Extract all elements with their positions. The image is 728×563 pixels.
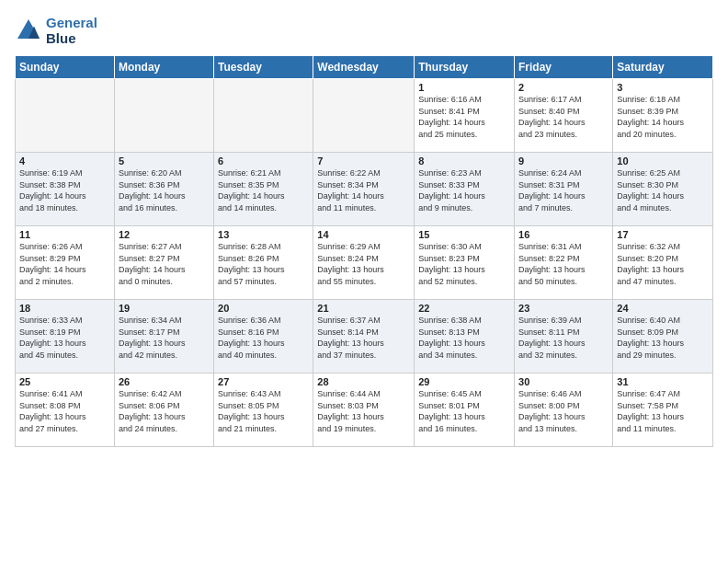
calendar-week-row: 18Sunrise: 6:33 AM Sunset: 8:19 PM Dayli… [16,300,713,373]
day-info: Sunrise: 6:46 AM Sunset: 8:00 PM Dayligh… [518,388,609,434]
weekday-header-friday: Friday [515,56,613,79]
day-number: 12 [119,229,210,240]
calendar-day-cell: 1Sunrise: 6:16 AM Sunset: 8:41 PM Daylig… [415,79,515,153]
day-number: 9 [518,155,609,167]
day-info: Sunrise: 6:37 AM Sunset: 8:14 PM Dayligh… [317,315,410,361]
calendar-day-cell: 15Sunrise: 6:30 AM Sunset: 8:23 PM Dayli… [415,226,515,300]
day-number: 30 [518,376,609,387]
day-number: 3 [617,82,709,93]
calendar-day-cell: 18Sunrise: 6:33 AM Sunset: 8:19 PM Dayli… [16,300,115,373]
weekday-header-saturday: Saturday [613,56,713,79]
calendar-day-cell: 21Sunrise: 6:37 AM Sunset: 8:14 PM Dayli… [313,300,415,373]
day-info: Sunrise: 6:19 AM Sunset: 8:38 PM Dayligh… [19,167,110,213]
calendar-day-cell: 13Sunrise: 6:28 AM Sunset: 8:26 PM Dayli… [214,226,313,300]
calendar-day-cell: 30Sunrise: 6:46 AM Sunset: 8:00 PM Dayli… [515,373,613,447]
calendar-day-cell: 6Sunrise: 6:21 AM Sunset: 8:35 PM Daylig… [214,153,313,226]
weekday-header-tuesday: Tuesday [214,56,313,79]
calendar-day-cell: 3Sunrise: 6:18 AM Sunset: 8:39 PM Daylig… [613,79,713,153]
day-number: 8 [418,155,510,167]
day-number: 21 [317,303,410,314]
calendar-day-cell: 22Sunrise: 6:38 AM Sunset: 8:13 PM Dayli… [415,300,515,373]
calendar-day-cell: 25Sunrise: 6:41 AM Sunset: 8:08 PM Dayli… [16,373,115,447]
day-info: Sunrise: 6:39 AM Sunset: 8:11 PM Dayligh… [518,315,609,361]
calendar-day-cell [16,79,115,153]
day-info: Sunrise: 6:24 AM Sunset: 8:31 PM Dayligh… [518,167,609,213]
day-info: Sunrise: 6:20 AM Sunset: 8:36 PM Dayligh… [119,167,210,213]
calendar-week-row: 11Sunrise: 6:26 AM Sunset: 8:29 PM Dayli… [16,226,713,300]
day-info: Sunrise: 6:34 AM Sunset: 8:17 PM Dayligh… [119,315,210,361]
day-info: Sunrise: 6:23 AM Sunset: 8:33 PM Dayligh… [418,167,510,213]
day-number: 15 [418,229,510,240]
weekday-header-wednesday: Wednesday [313,56,415,79]
logo-text: General Blue [46,15,97,46]
day-number: 23 [518,303,609,314]
calendar-day-cell [114,79,213,153]
logo: General Blue [15,15,97,46]
day-info: Sunrise: 6:42 AM Sunset: 8:06 PM Dayligh… [119,388,210,434]
day-info: Sunrise: 6:21 AM Sunset: 8:35 PM Dayligh… [218,167,309,213]
day-number: 14 [317,229,410,240]
calendar-table: SundayMondayTuesdayWednesdayThursdayFrid… [15,55,713,447]
day-info: Sunrise: 6:27 AM Sunset: 8:27 PM Dayligh… [119,241,210,287]
calendar-day-cell: 9Sunrise: 6:24 AM Sunset: 8:31 PM Daylig… [515,153,613,226]
calendar-day-cell: 14Sunrise: 6:29 AM Sunset: 8:24 PM Dayli… [313,226,415,300]
calendar-day-cell: 17Sunrise: 6:32 AM Sunset: 8:20 PM Dayli… [613,226,713,300]
calendar-day-cell: 16Sunrise: 6:31 AM Sunset: 8:22 PM Dayli… [515,226,613,300]
day-number: 31 [617,376,709,387]
day-number: 7 [317,155,410,167]
day-number: 4 [19,155,110,167]
day-number: 17 [617,229,709,240]
calendar-week-row: 25Sunrise: 6:41 AM Sunset: 8:08 PM Dayli… [16,373,713,447]
calendar-day-cell: 8Sunrise: 6:23 AM Sunset: 8:33 PM Daylig… [415,153,515,226]
day-info: Sunrise: 6:38 AM Sunset: 8:13 PM Dayligh… [418,315,510,361]
calendar-day-cell: 12Sunrise: 6:27 AM Sunset: 8:27 PM Dayli… [114,226,213,300]
day-info: Sunrise: 6:22 AM Sunset: 8:34 PM Dayligh… [317,167,410,213]
day-number: 27 [218,376,309,387]
day-number: 13 [218,229,309,240]
day-number: 20 [218,303,309,314]
day-info: Sunrise: 6:36 AM Sunset: 8:16 PM Dayligh… [218,315,309,361]
calendar-day-cell: 4Sunrise: 6:19 AM Sunset: 8:38 PM Daylig… [16,153,115,226]
day-number: 2 [518,82,609,93]
page: General Blue SundayMondayTuesdayWednesda… [0,0,728,563]
header: General Blue [15,15,713,46]
day-info: Sunrise: 6:32 AM Sunset: 8:20 PM Dayligh… [617,241,709,287]
day-info: Sunrise: 6:18 AM Sunset: 8:39 PM Dayligh… [617,94,709,140]
day-number: 18 [19,303,110,314]
day-number: 19 [119,303,210,314]
day-info: Sunrise: 6:16 AM Sunset: 8:41 PM Dayligh… [418,94,510,140]
day-info: Sunrise: 6:41 AM Sunset: 8:08 PM Dayligh… [19,388,110,434]
day-info: Sunrise: 6:29 AM Sunset: 8:24 PM Dayligh… [317,241,410,287]
calendar-day-cell: 11Sunrise: 6:26 AM Sunset: 8:29 PM Dayli… [16,226,115,300]
day-info: Sunrise: 6:47 AM Sunset: 7:58 PM Dayligh… [617,388,709,434]
day-info: Sunrise: 6:28 AM Sunset: 8:26 PM Dayligh… [218,241,309,287]
calendar-day-cell: 23Sunrise: 6:39 AM Sunset: 8:11 PM Dayli… [515,300,613,373]
day-info: Sunrise: 6:44 AM Sunset: 8:03 PM Dayligh… [317,388,410,434]
calendar-day-cell: 7Sunrise: 6:22 AM Sunset: 8:34 PM Daylig… [313,153,415,226]
logo-icon [15,17,42,44]
calendar-day-cell: 2Sunrise: 6:17 AM Sunset: 8:40 PM Daylig… [515,79,613,153]
weekday-header-sunday: Sunday [16,56,115,79]
day-info: Sunrise: 6:26 AM Sunset: 8:29 PM Dayligh… [19,241,110,287]
day-info: Sunrise: 6:33 AM Sunset: 8:19 PM Dayligh… [19,315,110,361]
day-number: 26 [119,376,210,387]
weekday-header-thursday: Thursday [415,56,515,79]
weekday-header-monday: Monday [114,56,213,79]
day-info: Sunrise: 6:40 AM Sunset: 8:09 PM Dayligh… [617,315,709,361]
calendar-day-cell: 28Sunrise: 6:44 AM Sunset: 8:03 PM Dayli… [313,373,415,447]
calendar-week-row: 1Sunrise: 6:16 AM Sunset: 8:41 PM Daylig… [16,79,713,153]
day-number: 25 [19,376,110,387]
day-number: 11 [19,229,110,240]
day-number: 1 [418,82,510,93]
day-number: 10 [617,155,709,167]
calendar-day-cell: 29Sunrise: 6:45 AM Sunset: 8:01 PM Dayli… [415,373,515,447]
calendar-day-cell: 5Sunrise: 6:20 AM Sunset: 8:36 PM Daylig… [114,153,213,226]
calendar-header-row: SundayMondayTuesdayWednesdayThursdayFrid… [16,56,713,79]
calendar-day-cell: 20Sunrise: 6:36 AM Sunset: 8:16 PM Dayli… [214,300,313,373]
calendar-day-cell: 19Sunrise: 6:34 AM Sunset: 8:17 PM Dayli… [114,300,213,373]
day-info: Sunrise: 6:43 AM Sunset: 8:05 PM Dayligh… [218,388,309,434]
calendar-day-cell: 26Sunrise: 6:42 AM Sunset: 8:06 PM Dayli… [114,373,213,447]
calendar-day-cell [313,79,415,153]
day-number: 24 [617,303,709,314]
day-number: 6 [218,155,309,167]
